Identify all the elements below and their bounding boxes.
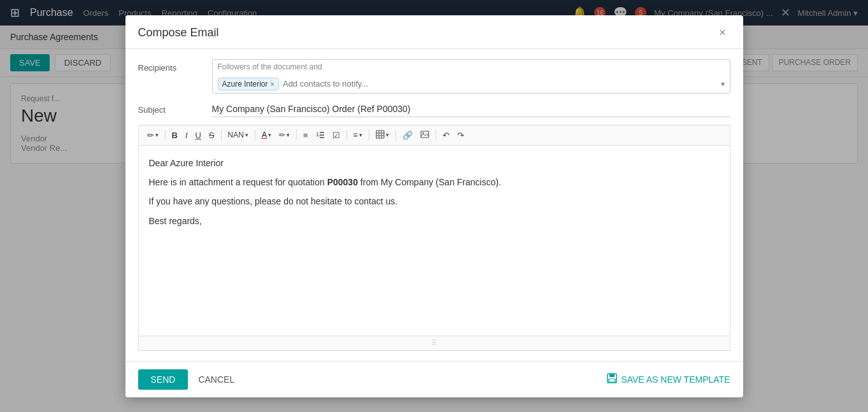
strikethrough-btn[interactable]: S <box>206 129 218 142</box>
save-icon <box>607 373 617 385</box>
align-icon: ≡ <box>353 131 358 139</box>
subject-field <box>212 101 730 117</box>
toolbar-sep-3 <box>255 129 255 141</box>
compose-email-modal: Compose Email × Recipients Followers of … <box>125 15 743 397</box>
editor-line1: Dear Azure Interior <box>149 156 720 170</box>
toolbar-sep-5 <box>346 129 347 141</box>
unordered-list-btn[interactable]: ≡ <box>300 129 311 142</box>
image-icon <box>420 131 429 140</box>
ref-number: P00030 <box>327 177 358 187</box>
toolbar-sep-4 <box>296 129 297 141</box>
recipients-wrapper[interactable]: Followers of the document and Azure Inte… <box>212 59 730 94</box>
redo-icon: ↷ <box>457 131 464 140</box>
editor-line3: If you have any questions, please do not… <box>149 194 720 208</box>
tag-remove-icon[interactable]: × <box>271 80 274 88</box>
checkbox-btn[interactable]: ☑ <box>329 129 343 142</box>
modal-title: Compose Email <box>138 26 219 39</box>
undo-icon: ↶ <box>443 131 450 140</box>
undo-btn[interactable]: ↶ <box>439 129 453 142</box>
editor-line4: Best regards, <box>149 214 720 228</box>
checkbox-icon: ☑ <box>332 131 340 140</box>
toolbar-sep-7 <box>395 129 396 141</box>
cancel-button[interactable]: CANCEL <box>196 369 237 390</box>
modal-header: Compose Email × <box>125 15 743 49</box>
editor-area[interactable]: Dear Azure Interior Here is in attachmen… <box>138 145 730 336</box>
pen-dropdown-icon: ▾ <box>155 132 159 138</box>
dropdown-arrow-icon: ▾ <box>721 80 725 89</box>
editor-container: ✏ ▾ B I U S NAN ▾ A ▾ <box>138 125 730 351</box>
close-button[interactable]: × <box>715 25 730 41</box>
image-btn[interactable] <box>417 129 432 142</box>
modal-body: Recipients Followers of the document and… <box>125 49 743 361</box>
save-template-label: SAVE AS NEW TEMPLATE <box>621 374 730 385</box>
svg-rect-4 <box>376 131 384 138</box>
modal-overlay: Compose Email × Recipients Followers of … <box>0 0 868 412</box>
ordered-list-btn[interactable]: 1. <box>313 128 328 143</box>
link-icon: 🔗 <box>402 131 413 140</box>
italic-btn[interactable]: I <box>182 129 191 142</box>
redo-btn[interactable]: ↷ <box>454 129 467 142</box>
recipients-input[interactable] <box>283 79 717 89</box>
editor-resize-handle[interactable]: ⠿ <box>138 336 730 351</box>
toolbar-sep-6 <box>369 129 369 141</box>
highlight-chevron-icon: ▾ <box>287 132 290 138</box>
toolbar-sep-2 <box>221 129 222 141</box>
save-template-button[interactable]: SAVE AS NEW TEMPLATE <box>607 373 730 385</box>
send-button[interactable]: SEND <box>138 369 189 390</box>
font-label: NAN <box>228 131 244 139</box>
unordered-list-icon: ≡ <box>303 131 308 140</box>
subject-row: Subject <box>138 101 730 117</box>
pen-icon: ✏ <box>147 131 154 140</box>
color-dropdown-btn[interactable]: A ▾ <box>259 129 274 141</box>
align-chevron-icon: ▾ <box>359 132 362 138</box>
highlight-icon: ✏ <box>279 131 285 139</box>
highlight-dropdown-btn[interactable]: ✏ ▾ <box>276 129 293 141</box>
toolbar-sep-8 <box>436 129 436 141</box>
ordered-list-icon: 1. <box>316 130 325 141</box>
table-icon <box>376 130 385 141</box>
color-chevron-icon: ▾ <box>268 132 271 138</box>
subject-input[interactable] <box>212 101 730 117</box>
recipients-field: Followers of the document and Azure Inte… <box>212 59 730 94</box>
link-btn[interactable]: 🔗 <box>399 129 416 142</box>
recipients-label: Recipients <box>138 59 202 73</box>
svg-point-10 <box>422 132 423 133</box>
recipient-tag: Azure Interior × <box>218 78 279 90</box>
bold-btn[interactable]: B <box>169 129 181 142</box>
recipients-info: Followers of the document and <box>218 62 725 71</box>
table-dropdown-btn[interactable]: ▾ <box>373 128 392 143</box>
subject-label: Subject <box>138 101 202 115</box>
recipients-row: Recipients Followers of the document and… <box>138 59 730 94</box>
tag-label: Azure Interior <box>222 80 268 89</box>
resize-icon: ⠿ <box>431 339 437 348</box>
table-chevron-icon: ▾ <box>386 132 389 138</box>
color-label: A <box>262 131 267 139</box>
editor-toolbar: ✏ ▾ B I U S NAN ▾ A ▾ <box>138 125 730 145</box>
toolbar-sep-1 <box>165 129 166 141</box>
pen-tool-btn[interactable]: ✏ ▾ <box>144 129 162 142</box>
underline-btn[interactable]: U <box>192 129 204 142</box>
editor-line2: Here is in attachment a request for quot… <box>149 175 720 189</box>
modal-footer: SEND CANCEL SAVE AS NEW TEMPLATE <box>125 361 743 397</box>
svg-rect-13 <box>609 379 615 382</box>
svg-rect-12 <box>609 374 615 377</box>
font-chevron-icon: ▾ <box>245 132 248 138</box>
font-dropdown-btn[interactable]: NAN ▾ <box>225 129 252 141</box>
align-dropdown-btn[interactable]: ≡ ▾ <box>350 129 366 141</box>
